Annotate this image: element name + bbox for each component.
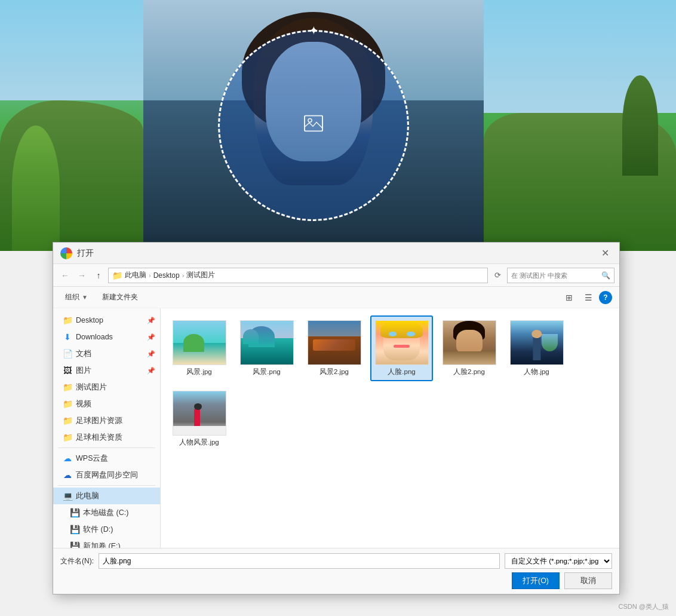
sidebar-item-baidu[interactable]: ☁ 百度网盘同步空间: [53, 467, 160, 483]
file-item-scenery3[interactable]: 风景2.jpg: [303, 315, 365, 381]
sidebar-item-soccer-pics[interactable]: 📁 足球图片资源: [53, 412, 160, 429]
sidebar-item-wps[interactable]: ☁ WPS云盘: [53, 450, 160, 467]
search-icon: 🔍: [601, 271, 610, 280]
file-open-dialog: 打开 ✕ ← → ↑ 📁 此电脑 › Desktop › 测试图片 ⟳ 🔍 组织…: [53, 242, 620, 594]
toolbar: 组织 ▼ 新建文件夹 ⊞ ☰ ?: [53, 287, 619, 308]
up-button[interactable]: ↑: [91, 268, 106, 283]
cancel-button[interactable]: 取消: [564, 572, 612, 589]
file-grid: 风景.jpg 风景.png: [161, 308, 619, 548]
desktop-icon: 📁: [63, 315, 72, 325]
dialog-title: 打开: [77, 248, 94, 259]
documents-icon: 📄: [63, 349, 72, 358]
thispc-icon: 💻: [63, 491, 72, 501]
breadcrumb-desktop[interactable]: Desktop: [153, 271, 180, 280]
organize-button[interactable]: 组织 ▼: [60, 290, 93, 305]
thumbnail-people: [510, 320, 564, 365]
title-bar: 打开 ✕: [53, 243, 619, 264]
sidebar-divider-2: [58, 485, 155, 486]
image-placeholder-icon: [304, 115, 323, 136]
address-bar: ← → ↑ 📁 此电脑 › Desktop › 测试图片 ⟳ 🔍: [53, 264, 619, 287]
video-icon: 📁: [63, 399, 72, 409]
filename-label: 文件名(N):: [60, 556, 94, 566]
breadcrumb-pc[interactable]: 此电脑: [125, 270, 146, 280]
thumbnail-people-landscape: [173, 391, 226, 436]
chrome-icon: [60, 247, 72, 259]
forward-button[interactable]: →: [75, 268, 89, 283]
filename-scenery2: 风景.png: [253, 367, 280, 376]
sidebar: 📁 Desktop 📌 ⬇ Downloads 📌 📄 文档 📌 🖼 图片 📌: [53, 308, 161, 548]
background-image-area: ✦: [0, 0, 676, 251]
sidebar-item-documents[interactable]: 📄 文档 📌: [53, 345, 160, 362]
search-bar: 🔍: [507, 268, 614, 283]
view-large-icons-button[interactable]: ⊞: [561, 290, 577, 305]
sidebar-item-drive-d[interactable]: 💾 软件 (D:): [53, 521, 160, 538]
sidebar-divider-1: [58, 448, 155, 448]
thumbnail-scenery1: [173, 320, 226, 365]
filetype-select[interactable]: 自定义文件 (*.png;*.pjp;*.jpg;*: [505, 553, 612, 569]
svg-point-1: [308, 119, 312, 122]
baidu-cloud-icon: ☁: [63, 470, 72, 480]
thumbnail-scenery3: [308, 320, 361, 365]
open-button[interactable]: 打开(O): [512, 572, 560, 589]
title-bar-left: 打开: [60, 247, 94, 259]
sidebar-item-video[interactable]: 📁 视频: [53, 396, 160, 412]
filename-people-landscape: 人物风景.jpg: [179, 438, 219, 447]
refresh-button[interactable]: ⟳: [490, 268, 505, 283]
sidebar-item-thispc[interactable]: 💻 此电脑: [53, 488, 160, 504]
soccer-pics-icon: 📁: [63, 416, 72, 425]
filename-people: 人物.jpg: [524, 367, 549, 376]
sidebar-item-pictures[interactable]: 🖼 图片 📌: [53, 362, 160, 379]
pin-icon-2: 📌: [147, 333, 155, 341]
drive-d-icon: 💾: [70, 525, 79, 534]
file-item-face2[interactable]: 人脸2.png: [438, 315, 500, 381]
drive-e-icon: 💾: [70, 541, 79, 548]
sidebar-item-testpics[interactable]: 📁 测试图片: [53, 379, 160, 396]
file-item-scenery2[interactable]: 风景.png: [235, 315, 298, 381]
sidebar-item-drive-e[interactable]: 💾 新加卷 (E:): [53, 538, 160, 548]
portrait-bg: ✦: [143, 0, 484, 251]
pin-icon-3: 📌: [147, 350, 155, 358]
folder-icon: 📁: [112, 271, 122, 280]
filename-face2: 人脸2.png: [453, 367, 485, 376]
filename-scenery1: 风景.jpg: [186, 367, 212, 376]
svg-rect-0: [305, 116, 322, 131]
wps-cloud-icon: ☁: [63, 453, 72, 463]
watermark: CSDN @类人_猿: [618, 602, 669, 611]
file-item-face1[interactable]: 人脸.png: [370, 315, 433, 381]
testpics-icon: 📁: [63, 382, 72, 392]
breadcrumb-path: 此电脑 › Desktop › 测试图片: [125, 270, 215, 280]
bottom-bar: 文件名(N): 自定义文件 (*.png;*.pjp;*.jpg;* 打开(O)…: [53, 548, 619, 594]
filename-face1: 人脸.png: [388, 367, 415, 376]
file-item-people-landscape[interactable]: 人物风景.jpg: [168, 386, 231, 452]
search-input[interactable]: [511, 272, 599, 279]
file-item-scenery1[interactable]: 风景.jpg: [168, 315, 231, 381]
file-item-people[interactable]: 人物.jpg: [505, 315, 568, 381]
breadcrumb-folder[interactable]: 测试图片: [186, 270, 215, 280]
drive-c-icon: 💾: [70, 508, 79, 517]
sidebar-item-drive-c[interactable]: 💾 本地磁盘 (C:): [53, 504, 160, 521]
breadcrumb[interactable]: 📁 此电脑 › Desktop › 测试图片: [108, 268, 488, 283]
soccer-related-icon: 📁: [63, 433, 72, 442]
landscape-right: [484, 0, 676, 251]
sidebar-item-soccer-related[interactable]: 📁 足球相关资质: [53, 429, 160, 446]
circle-overlay: ✦: [218, 30, 409, 221]
sidebar-item-downloads[interactable]: ⬇ Downloads 📌: [53, 329, 160, 345]
landscape-left: [0, 0, 143, 251]
main-content: 📁 Desktop 📌 ⬇ Downloads 📌 📄 文档 📌 🖼 图片 📌: [53, 308, 619, 548]
pin-icon: 📌: [147, 317, 155, 324]
filename-row: 文件名(N): 自定义文件 (*.png;*.pjp;*.jpg;*: [60, 553, 612, 569]
filename-input[interactable]: [99, 553, 500, 569]
close-button[interactable]: ✕: [598, 246, 612, 261]
thumbnail-scenery2: [240, 320, 294, 365]
view-details-button[interactable]: ☰: [580, 290, 597, 305]
pictures-icon: 🖼: [63, 366, 72, 375]
sidebar-item-desktop[interactable]: 📁 Desktop 📌: [53, 312, 160, 329]
help-button[interactable]: ?: [599, 291, 612, 304]
downloads-icon: ⬇: [63, 332, 72, 342]
sparkle-icon: ✦: [309, 23, 319, 38]
toolbar-right: ⊞ ☰ ?: [561, 290, 612, 305]
pin-icon-4: 📌: [147, 367, 155, 375]
new-folder-button[interactable]: 新建文件夹: [97, 290, 143, 305]
organize-dropdown-arrow: ▼: [82, 294, 88, 301]
back-button[interactable]: ←: [58, 268, 72, 283]
